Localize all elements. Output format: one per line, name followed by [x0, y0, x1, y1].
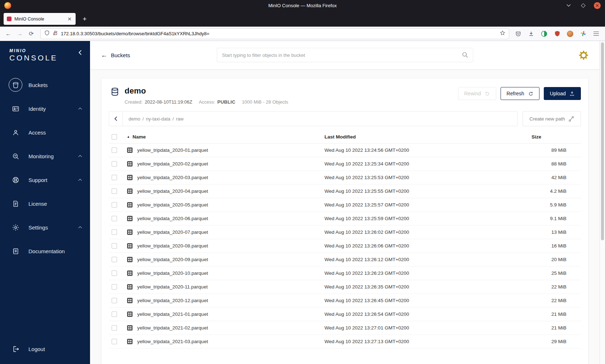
object-name[interactable]: yellow_tripdata_2020-09.parquet: [137, 257, 208, 262]
table-row[interactable]: yellow_tripdata_2020-09.parquet Wed Aug …: [109, 253, 581, 267]
sidebar-item-buckets[interactable]: Buckets: [0, 73, 90, 97]
window-minimize-button[interactable]: [565, 2, 572, 9]
new-tab-button[interactable]: +: [79, 14, 90, 24]
sidebar-collapse-button[interactable]: [78, 50, 82, 57]
sidebar-item-support[interactable]: Support: [0, 168, 90, 192]
object-name[interactable]: yellow_tripdata_2020-04.parquet: [137, 188, 208, 194]
window-close-button[interactable]: ✕: [594, 2, 601, 9]
object-last-modified: Wed Aug 10 2022 13:25:34 GMT+0200: [322, 157, 529, 171]
row-checkbox[interactable]: [112, 229, 117, 235]
row-checkbox[interactable]: [112, 298, 117, 303]
row-checkbox[interactable]: [112, 257, 117, 262]
extension-green-icon[interactable]: [539, 28, 550, 39]
tab-close-icon[interactable]: ✕: [67, 16, 72, 22]
parquet-file-icon: [127, 229, 133, 235]
row-checkbox[interactable]: [112, 311, 117, 317]
search-input[interactable]: [217, 48, 473, 62]
table-row[interactable]: yellow_tripdata_2020-08.parquet Wed Aug …: [109, 239, 581, 253]
browser-tab[interactable]: MinIO Console ✕: [4, 13, 76, 25]
sidebar-item-logout[interactable]: Logout: [0, 339, 90, 359]
sidebar-item-documentation[interactable]: Documentation: [0, 239, 90, 263]
table-row[interactable]: yellow_tripdata_2020-04.parquet Wed Aug …: [109, 185, 581, 198]
breadcrumb-segment[interactable]: raw: [176, 116, 184, 122]
forward-button[interactable]: →: [14, 28, 25, 39]
sidebar-item-monitoring[interactable]: Monitoring: [0, 144, 90, 168]
profile-avatar[interactable]: [565, 28, 575, 39]
sidebar-item-access[interactable]: Access: [0, 120, 90, 144]
url-bar[interactable]: 172.18.0.3:30503/buckets/demo/browse/bnk…: [40, 28, 509, 39]
create-new-path-button[interactable]: Create new path: [523, 111, 581, 126]
back-button[interactable]: ←: [3, 28, 14, 39]
row-checkbox[interactable]: [112, 325, 117, 331]
table-row[interactable]: yellow_tripdata_2021-02.parquet Wed Aug …: [109, 321, 581, 335]
table-row[interactable]: yellow_tripdata_2020-12.parquet Wed Aug …: [109, 294, 581, 308]
tracking-shield-icon[interactable]: [44, 30, 50, 37]
table-row[interactable]: yellow_tripdata_2020-07.parquet Wed Aug …: [109, 226, 581, 239]
reload-button[interactable]: ⟳: [26, 28, 37, 39]
url-text[interactable]: 172.18.0.3:30503/buckets/demo/browse/bnk…: [61, 31, 497, 36]
table-row[interactable]: yellow_tripdata_2021-01.parquet Wed Aug …: [109, 308, 581, 321]
bookmark-star-icon[interactable]: [500, 30, 505, 37]
object-name[interactable]: yellow_tripdata_2020-08.parquet: [137, 243, 208, 249]
object-name[interactable]: yellow_tripdata_2020-01.parquet: [137, 147, 208, 153]
sidebar-item-settings[interactable]: Settings: [0, 215, 90, 239]
row-checkbox[interactable]: [112, 147, 117, 153]
sidebar-item-license[interactable]: License: [0, 192, 90, 215]
object-name[interactable]: yellow_tripdata_2020-06.parquet: [137, 216, 208, 221]
path-back-button[interactable]: [109, 112, 123, 126]
sidebar-item-label: Documentation: [28, 248, 65, 254]
table-row[interactable]: yellow_tripdata_2020-05.parquet Wed Aug …: [109, 198, 581, 212]
object-name[interactable]: yellow_tripdata_2020-12.parquet: [137, 298, 208, 303]
object-name[interactable]: yellow_tripdata_2020-05.parquet: [137, 202, 208, 208]
objects-table: ▲Name Last Modified Size yellow_tripdata…: [109, 132, 581, 349]
table-row[interactable]: yellow_tripdata_2020-03.parquet Wed Aug …: [109, 171, 581, 185]
row-checkbox[interactable]: [112, 243, 117, 249]
row-checkbox[interactable]: [112, 161, 117, 167]
breadcrumb-segment[interactable]: demo: [129, 116, 140, 122]
downloads-icon[interactable]: [526, 28, 537, 39]
table-row[interactable]: yellow_tripdata_2021-03.parquet Wed Aug …: [109, 335, 581, 349]
row-checkbox[interactable]: [112, 188, 117, 194]
pocket-icon[interactable]: [513, 28, 524, 39]
sidebar-item-label: Settings: [28, 224, 48, 231]
chevron-up-icon: [78, 226, 82, 229]
table-row[interactable]: yellow_tripdata_2020-10.parquet Wed Aug …: [109, 267, 581, 280]
row-checkbox[interactable]: [112, 284, 117, 290]
object-name[interactable]: yellow_tripdata_2020-10.parquet: [137, 270, 208, 276]
breadcrumb-segment[interactable]: ny-taxi-data: [146, 116, 170, 122]
object-size: 4.2 MiB: [529, 185, 581, 198]
object-name[interactable]: yellow_tripdata_2020-11.parquet: [137, 284, 208, 290]
bucket-icon: [9, 78, 22, 92]
scrollbar-thumb[interactable]: [601, 42, 604, 240]
refresh-button[interactable]: Refresh: [501, 87, 539, 100]
rewind-button[interactable]: Rewind: [458, 87, 496, 100]
table-row[interactable]: yellow_tripdata_2020-01.parquet Wed Aug …: [109, 144, 581, 157]
sidebar-item-label: License: [28, 201, 47, 207]
settings-gear-icon[interactable]: [578, 50, 589, 60]
row-checkbox[interactable]: [112, 216, 117, 221]
row-checkbox[interactable]: [112, 175, 117, 180]
upload-button[interactable]: Upload: [544, 87, 581, 100]
page-scrollbar[interactable]: [600, 41, 605, 364]
window-maximize-button[interactable]: [579, 2, 587, 9]
object-name[interactable]: yellow_tripdata_2021-02.parquet: [137, 325, 208, 331]
object-name[interactable]: yellow_tripdata_2021-01.parquet: [137, 311, 208, 317]
ublock-shield-icon[interactable]: [552, 28, 563, 39]
object-name[interactable]: yellow_tripdata_2020-07.parquet: [137, 229, 208, 235]
table-row[interactable]: yellow_tripdata_2020-02.parquet Wed Aug …: [109, 157, 581, 171]
sidebar-item-identity[interactable]: Identity: [0, 97, 90, 120]
row-checkbox[interactable]: [112, 202, 117, 208]
back-to-buckets[interactable]: ← Buckets: [101, 52, 198, 58]
menu-icon[interactable]: [591, 28, 601, 39]
row-checkbox[interactable]: [112, 270, 117, 276]
extension-pinwheel-icon[interactable]: [578, 28, 588, 39]
object-name[interactable]: yellow_tripdata_2021-03.parquet: [137, 339, 208, 344]
insecure-lock-icon[interactable]: [53, 30, 58, 37]
column-header-name[interactable]: ▲Name: [124, 132, 322, 144]
row-checkbox[interactable]: [112, 339, 117, 344]
select-all-checkbox[interactable]: [112, 134, 117, 140]
object-name[interactable]: yellow_tripdata_2020-02.parquet: [137, 161, 208, 167]
table-row[interactable]: yellow_tripdata_2020-06.parquet Wed Aug …: [109, 212, 581, 226]
table-row[interactable]: yellow_tripdata_2020-11.parquet Wed Aug …: [109, 280, 581, 294]
object-name[interactable]: yellow_tripdata_2020-03.parquet: [137, 175, 208, 180]
